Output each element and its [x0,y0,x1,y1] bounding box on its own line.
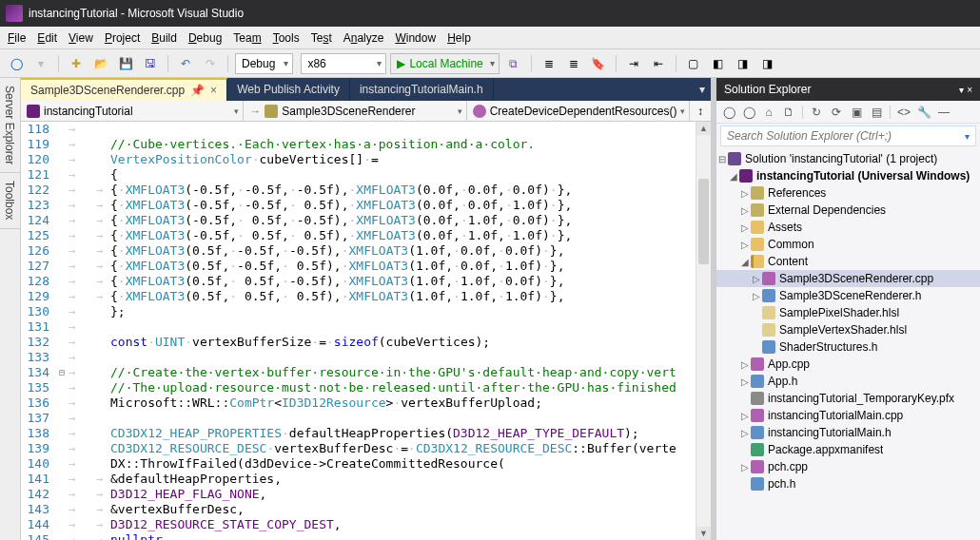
vs-logo-icon [6,5,23,22]
project-icon [27,105,40,118]
external-deps-icon [751,203,764,217]
document-tabs: Sample3DSceneRenderer.cpp 📌 × Web Publis… [21,78,711,101]
solution-search[interactable]: ▾ [720,125,976,146]
h-file-icon [762,340,775,354]
sln-refresh-button[interactable]: ⟳ [828,104,845,121]
scroll-up-button[interactable]: ▲ [696,122,711,135]
menu-bar: FFileile Edit View Project Build Debug T… [0,27,980,49]
code-editor[interactable]: 1181191201211221231241251261271281291301… [21,122,711,540]
method-icon [473,105,486,118]
menu-team[interactable]: Team [233,31,261,45]
scroll-thumb[interactable] [698,179,709,264]
sln-collapse-button[interactable]: ▣ [848,104,865,121]
menu-file[interactable]: FFileile [8,31,26,45]
h-file-icon [751,375,764,388]
menu-project[interactable]: Project [105,31,140,45]
navigation-bar: instancingTutorial →Sample3DSceneRendere… [21,101,711,122]
search-dropdown-icon[interactable]: ▾ [965,131,970,142]
menu-window[interactable]: Window [395,31,436,45]
solution-tree[interactable]: ⊟Solution 'instancingTutorial' (1 projec… [716,148,980,540]
sln-home-button[interactable]: ⌂ [760,104,777,121]
save-button[interactable]: 💾 [115,53,136,74]
menu-edit[interactable]: Edit [37,31,57,45]
solution-search-input[interactable] [727,129,965,143]
tab-renderer-cpp[interactable]: Sample3DSceneRenderer.cpp 📌 × [21,78,227,101]
tree-item-renderer-cpp[interactable]: ▷Sample3DSceneRenderer.cpp [716,270,980,287]
window-title: instancingTutorial - Microsoft Visual St… [29,7,244,20]
solution-explorer-header: Solution Explorer ▾ × [716,78,980,101]
title-bar: instancingTutorial - Microsoft Visual St… [0,0,980,27]
nav-class-dropdown[interactable]: →Sample3DSceneRenderer [244,101,466,121]
scroll-down-button[interactable]: ▼ [696,527,711,540]
undo-button[interactable]: ↶ [175,53,196,74]
toggle-1-button[interactable]: ▢ [683,53,704,74]
sln-code-button[interactable]: <> [895,104,912,121]
new-project-button[interactable]: ✚ [66,53,87,74]
folder-icon [751,221,764,234]
bookmark-button[interactable]: 🔖 [588,53,609,74]
nav-back-button[interactable]: ◯ [6,53,27,74]
redo-button[interactable]: ↷ [200,53,221,74]
sln-properties-button[interactable]: 🔧 [915,104,932,121]
folder-icon [751,238,764,251]
menu-test[interactable]: Test [311,31,332,45]
toggle-4-button[interactable]: ◨ [757,53,778,74]
references-icon [751,186,764,200]
tab-web-publish[interactable]: Web Publish Activity [227,78,350,101]
panel-menu-button[interactable]: ▾ × [959,85,972,95]
folder-open-icon [751,255,764,268]
server-explorer-tab[interactable]: Server Explorer [0,78,20,173]
sln-preview-button[interactable]: — [935,104,952,121]
indent-button[interactable]: ⇥ [623,53,644,74]
toggle-2-button[interactable]: ◧ [708,53,729,74]
pfx-file-icon [751,392,764,405]
cpp-file-icon [751,357,764,371]
sln-sync-button[interactable]: ↻ [808,104,825,121]
h-file-icon [751,477,764,491]
close-icon[interactable]: × [210,84,217,97]
menu-build[interactable]: Build [151,31,177,45]
pin-icon[interactable]: 📌 [190,84,205,97]
menu-tools[interactable]: Tools [273,31,300,45]
appx-file-icon [751,443,764,456]
menu-analyze[interactable]: Analyze [343,31,384,45]
toolbox-tab[interactable]: Toolbox [0,173,20,228]
twisty-icon[interactable]: ⊟ [716,154,728,164]
outdent-button[interactable]: ⇤ [648,53,669,74]
uncomment-button[interactable]: ≣ [563,53,584,74]
menu-help[interactable]: Help [447,31,471,45]
twisty-icon[interactable]: ◢ [728,171,739,182]
tab-overflow-button[interactable]: ▾ [694,78,711,101]
main-toolbar: ◯ ▾ ✚ 📂 💾 🖫 ↶ ↷ Debug x86 Local Machine … [0,49,980,78]
hlsl-file-icon [762,323,775,337]
nav-method-dropdown[interactable]: CreateDeviceDependentResources() [467,101,690,121]
nav-fwd-button[interactable]: ▾ [30,53,51,74]
save-all-button[interactable]: 🖫 [140,53,161,74]
nav-project-dropdown[interactable]: instancingTutorial [21,101,244,121]
cpp-file-icon [751,460,764,473]
sln-pending-button[interactable]: 🗋 [780,104,797,121]
step-button[interactable]: ⧉ [503,53,524,74]
config-dropdown[interactable]: Debug [235,53,293,74]
menu-view[interactable]: View [69,31,93,45]
vertical-scrollbar[interactable]: ▲ ▼ [696,122,711,540]
start-debug-button[interactable]: Local Machine [390,53,499,74]
sln-back-button[interactable]: ◯ [720,104,737,121]
sln-showall-button[interactable]: ▤ [868,104,885,121]
toggle-3-button[interactable]: ◨ [733,53,754,74]
split-editor-button[interactable]: ↕ [690,101,711,121]
platform-dropdown[interactable]: x86 [301,53,386,74]
solution-icon [728,152,741,165]
hlsl-file-icon [762,306,775,319]
comment-button[interactable]: ≣ [539,53,559,74]
class-icon [265,105,278,118]
menu-debug[interactable]: Debug [188,31,222,45]
open-file-button[interactable]: 📂 [90,53,111,74]
tab-main-h[interactable]: instancingTutorialMain.h [350,78,494,101]
h-file-icon [751,426,764,439]
cpp-file-icon [751,409,764,422]
side-tool-tabs: Server Explorer Toolbox [0,78,21,540]
project-icon [739,169,753,183]
cpp-file-icon [762,272,775,285]
sln-fwd-button[interactable]: ◯ [740,104,757,121]
